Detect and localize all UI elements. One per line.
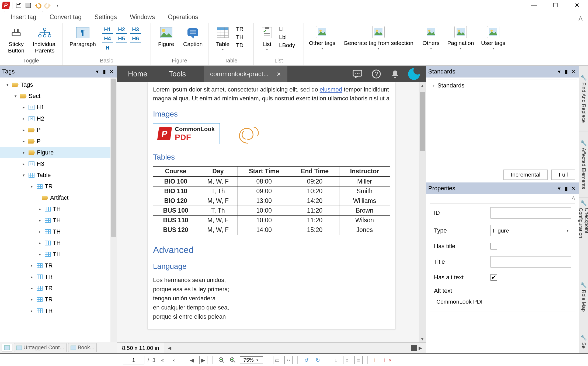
close-button[interactable]: ✕ [568, 0, 586, 11]
tree-node[interactable]: H1 [37, 104, 44, 111]
tree-node[interactable]: P [37, 126, 41, 133]
doc-tab-file[interactable]: commonlook-pract... × [204, 66, 287, 82]
tree-node[interactable]: Table [37, 172, 51, 179]
save-icon[interactable] [14, 1, 23, 10]
tree-node[interactable]: TH [53, 206, 61, 213]
minimize-button[interactable]: — [524, 0, 543, 11]
side-tab-find-replace[interactable]: 🔧Find And Replace [579, 66, 588, 132]
maximize-button[interactable]: ☐ [546, 0, 565, 11]
tree-scrollbar[interactable] [110, 78, 117, 342]
ruler-1-icon[interactable]: ⊢ [373, 356, 381, 364]
zoom-out-icon[interactable] [217, 356, 225, 364]
pagination-button[interactable]: Pagination▾ [444, 24, 477, 50]
h6-button[interactable]: H6 [130, 36, 141, 43]
page-mode-3-icon[interactable]: ≣ [354, 356, 363, 364]
td-button[interactable]: TD [236, 42, 243, 48]
page-mode-2-icon[interactable]: 2 [343, 356, 351, 364]
side-tab-se[interactable]: 🔧Se [579, 330, 588, 353]
list-button[interactable]: List ▾ [256, 24, 277, 51]
side-tab-affected[interactable]: 🔧Affected Elements [579, 132, 588, 198]
tree-node[interactable]: TH [53, 251, 61, 258]
others-button[interactable]: Others▾ [419, 24, 443, 50]
panel-menu-icon[interactable]: ▾ [94, 68, 101, 75]
panel-close-icon[interactable]: ✕ [570, 185, 577, 192]
panel-close-icon[interactable]: ✕ [108, 68, 115, 75]
tab-bookmarks[interactable]: Book... [68, 343, 97, 352]
tree-node[interactable]: TH [53, 240, 61, 247]
panel-menu-icon[interactable]: ▾ [556, 185, 563, 192]
page-mode-1-icon[interactable]: 1 [332, 356, 340, 364]
select-type[interactable]: Figure▾ [490, 225, 571, 236]
tree-node[interactable]: TR [45, 285, 53, 292]
caption-button[interactable]: Caption [180, 24, 206, 47]
standards-tree[interactable]: ▷Standards [428, 79, 577, 152]
panel-pin-icon[interactable]: ▮ [563, 185, 570, 192]
tree-node[interactable]: TH [53, 228, 61, 235]
zoom-in-icon[interactable] [229, 356, 237, 364]
other-tags-button[interactable]: Other tags▾ [307, 24, 338, 50]
h4-button[interactable]: H4 [102, 36, 113, 43]
tr-button[interactable]: TR [236, 26, 243, 32]
comment-icon[interactable] [352, 68, 363, 80]
tree-node[interactable]: TR [45, 307, 53, 314]
li-button[interactable]: LI [279, 26, 295, 32]
ribbon-tab-convert-tag[interactable]: Convert tag [43, 11, 88, 23]
tree-node-figure[interactable]: Figure [37, 149, 54, 156]
tree-node[interactable]: P [37, 138, 41, 145]
ribbon-tab-insert-tag[interactable]: Insert tag [4, 11, 43, 23]
tree-node[interactable]: TR [45, 296, 53, 303]
input-id[interactable] [490, 207, 571, 219]
tree-node[interactable]: H2 [37, 115, 44, 122]
lbl-button[interactable]: Lbl [279, 34, 295, 40]
help-icon[interactable]: ? [370, 68, 382, 80]
h1-button[interactable]: H1 [102, 26, 113, 34]
tree-node[interactable]: TR [45, 183, 53, 190]
ribbon-collapse-icon[interactable]: ⋀ [577, 14, 584, 23]
tree-node[interactable]: TR [45, 273, 53, 280]
redo-icon[interactable] [43, 1, 52, 10]
incremental-button[interactable]: Incremental [503, 170, 548, 180]
lbody-button[interactable]: LBody [279, 42, 295, 48]
prev-view-icon[interactable]: ◀ [188, 356, 196, 364]
ribbon-tab-operations[interactable]: Operations [161, 11, 205, 23]
individual-parents-button[interactable]: IndividualParents [31, 24, 58, 54]
sticky-button[interactable]: StickyButton [3, 24, 30, 54]
doc-tab-close-icon[interactable]: × [274, 70, 283, 78]
tree-node[interactable]: H3 [37, 160, 44, 167]
tree-node[interactable]: Artifact [50, 194, 68, 201]
save-all-icon[interactable] [24, 1, 33, 10]
tree-root[interactable]: Tags [20, 81, 33, 88]
fit-page-icon[interactable]: ▭ [273, 356, 281, 364]
h2-button[interactable]: H2 [116, 26, 127, 34]
doc-horizontal-scrollbar[interactable]: ◀ ▶ [164, 343, 426, 353]
user-tags-button[interactable]: User tags▾ [478, 24, 508, 50]
table-button[interactable]: Table ▾ [211, 24, 234, 51]
tree-node-sect[interactable]: Sect [29, 93, 40, 100]
h3-button[interactable]: H3 [130, 26, 141, 34]
input-title[interactable] [490, 256, 571, 268]
tree-node[interactable]: TH [53, 217, 61, 224]
tab-untagged[interactable]: Untagged Cont... [14, 343, 67, 352]
bell-icon[interactable] [389, 68, 401, 80]
panel-pin-icon[interactable]: ▮ [101, 68, 108, 75]
panel-menu-icon[interactable]: ▾ [556, 68, 563, 75]
checkbox-has-title[interactable] [490, 243, 497, 249]
ribbon-tab-settings[interactable]: Settings [88, 11, 123, 23]
panel-close-icon[interactable]: ✕ [570, 68, 577, 75]
undo-icon[interactable] [34, 1, 42, 10]
tags-tree[interactable]: ▾Tags ▾Sect ▸HH1 ▸HH2 ▸P ▸P ▸Figure ▸HH3… [0, 78, 117, 342]
paragraph-button[interactable]: ¶ Paragraph [65, 24, 100, 47]
zoom-select[interactable]: 75%▾ [240, 356, 263, 364]
doc-tab-home[interactable]: Home [117, 66, 158, 82]
tree-node[interactable]: TR [45, 262, 53, 269]
next-view-icon[interactable]: ▶ [199, 356, 207, 364]
tab-tags-icon[interactable] [2, 344, 12, 351]
side-tab-role-map[interactable]: 🔧Role Map [579, 264, 588, 330]
scroll-up-icon[interactable]: ⋀ [426, 194, 579, 200]
side-tab-checkpoint[interactable]: 🔧Checkpoint Configuration [579, 198, 588, 264]
rotate-ccw-icon[interactable]: ↺ [302, 356, 311, 364]
input-alt-text[interactable] [434, 296, 571, 307]
checkbox-has-alt[interactable]: ✔ [490, 274, 497, 281]
ribbon-tab-windows[interactable]: Windows [123, 11, 161, 23]
panel-pin-icon[interactable]: ▮ [563, 68, 570, 75]
